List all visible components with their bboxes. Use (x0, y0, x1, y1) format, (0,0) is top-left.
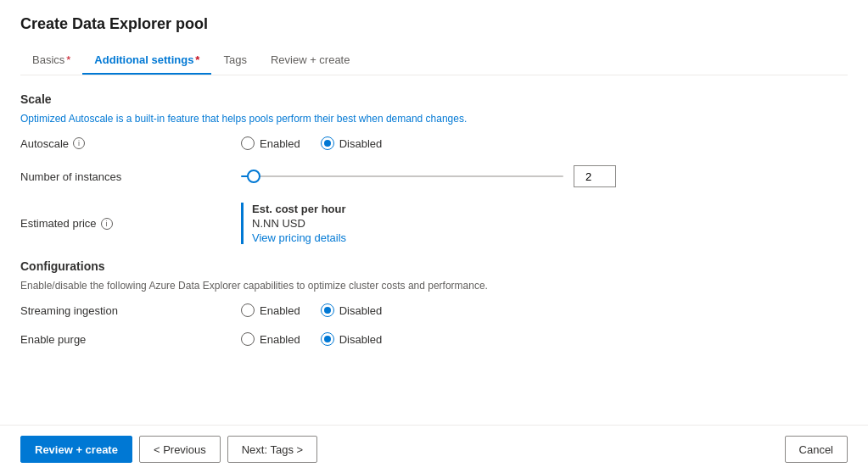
instances-control (241, 165, 848, 187)
next-tags-button[interactable]: Next: Tags > (227, 436, 317, 463)
streaming-enabled-option[interactable]: Enabled (241, 303, 300, 317)
footer: Review + create < Previous Next: Tags > … (0, 425, 868, 473)
instances-slider[interactable] (241, 175, 563, 177)
streaming-disabled-option[interactable]: Disabled (321, 303, 383, 317)
streaming-ingestion-label: Streaming ingestion (20, 304, 241, 317)
page-title: Create Data Explorer pool (20, 15, 848, 33)
estimated-price-row: Estimated price i Est. cost per hour N.N… (20, 203, 848, 244)
purge-radio-group: Enabled Disabled (241, 332, 848, 346)
review-create-button[interactable]: Review + create (20, 436, 132, 463)
purge-disabled-radio[interactable] (321, 332, 334, 346)
purge-enabled-option[interactable]: Enabled (241, 332, 300, 346)
instances-row: Number of instances (20, 165, 848, 187)
tab-tags[interactable]: Tags (211, 47, 258, 75)
view-pricing-link[interactable]: View pricing details (252, 231, 346, 244)
cancel-button[interactable]: Cancel (785, 436, 848, 463)
price-block-container: Est. cost per hour N.NN USD View pricing… (241, 203, 848, 244)
autoscale-radio-group: Enabled Disabled (241, 136, 848, 150)
autoscale-info-icon[interactable]: i (73, 137, 85, 149)
tab-bar: Basics* Additional settings* Tags Review… (20, 47, 848, 75)
autoscale-label: Autoscale i (20, 137, 241, 150)
configurations-info-text: Enable/disable the following Azure Data … (20, 280, 848, 292)
instances-number-input[interactable] (574, 165, 616, 187)
streaming-enabled-radio[interactable] (241, 303, 255, 317)
enable-purge-row: Enable purge Enabled Disabled (20, 332, 848, 346)
estimated-price-info-icon[interactable]: i (101, 218, 113, 230)
purge-disabled-option[interactable]: Disabled (321, 332, 383, 346)
tab-additional-settings[interactable]: Additional settings* (82, 47, 211, 75)
streaming-radio-group: Enabled Disabled (241, 303, 848, 317)
autoscale-row: Autoscale i Enabled Disabled (20, 136, 848, 150)
purge-enabled-radio[interactable] (241, 332, 255, 346)
footer-left-actions: Review + create < Previous Next: Tags > (20, 436, 317, 463)
autoscale-enabled-option[interactable]: Enabled (241, 136, 300, 150)
scale-info-text: Optimized Autoscale is a built-in featur… (20, 113, 848, 125)
streaming-ingestion-row: Streaming ingestion Enabled Disabled (20, 303, 848, 317)
scale-section-title: Scale (20, 92, 848, 106)
tab-review-create[interactable]: Review + create (259, 47, 362, 75)
autoscale-disabled-radio[interactable] (321, 136, 334, 150)
estimated-price-label: Estimated price i (20, 217, 241, 230)
enable-purge-label: Enable purge (20, 333, 241, 346)
instances-label: Number of instances (20, 170, 241, 183)
price-block: Est. cost per hour N.NN USD View pricing… (241, 203, 346, 244)
tab-basics[interactable]: Basics* (20, 47, 82, 75)
streaming-disabled-radio[interactable] (321, 303, 334, 317)
autoscale-enabled-radio[interactable] (241, 136, 255, 150)
configurations-section-title: Configurations (20, 259, 848, 273)
previous-button[interactable]: < Previous (139, 436, 221, 463)
autoscale-disabled-option[interactable]: Disabled (321, 136, 383, 150)
